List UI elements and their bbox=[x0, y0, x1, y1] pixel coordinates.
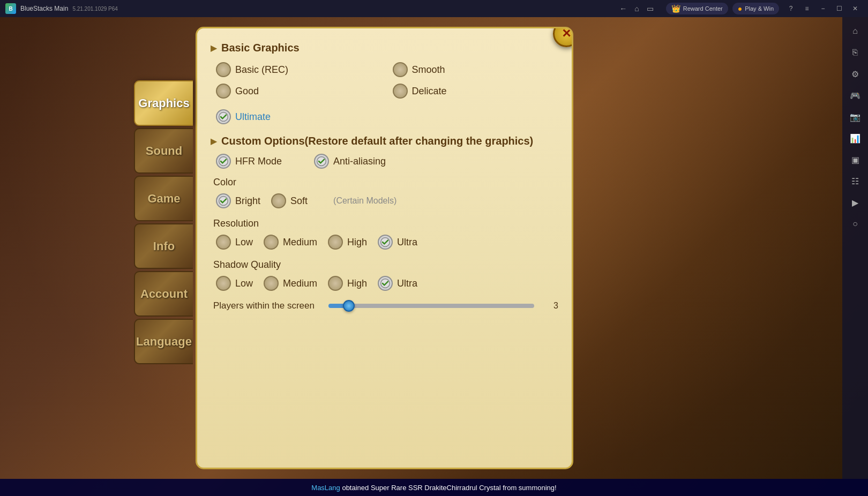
option-res-medium[interactable]: Medium bbox=[264, 235, 317, 250]
sidebar-eco-icon[interactable]: ○ bbox=[845, 214, 865, 234]
option-res-high[interactable]: High bbox=[328, 235, 367, 250]
option-delicate[interactable]: Delicate bbox=[393, 84, 559, 99]
sidebar-settings-icon[interactable]: ⚙ bbox=[845, 64, 865, 84]
minimize-button[interactable]: − bbox=[815, 1, 830, 16]
radio-res-ultra bbox=[378, 235, 393, 250]
close-button[interactable]: ✕ bbox=[848, 1, 863, 16]
option-shadow-medium[interactable]: Medium bbox=[264, 276, 317, 291]
radio-shadow-low bbox=[216, 276, 231, 291]
custom-arrow-icon: ▶ bbox=[211, 136, 217, 146]
status-text: MasLang obtained Super Rare SSR DrakiteC… bbox=[311, 484, 556, 492]
tab-graphics[interactable]: Graphics bbox=[134, 80, 193, 126]
radio-basic-rec bbox=[216, 62, 231, 77]
play-win-button[interactable]: ● Play & Win bbox=[732, 3, 779, 14]
option-shadow-low[interactable]: Low bbox=[216, 276, 253, 291]
sidebar-gamepad-icon[interactable]: 🎮 bbox=[845, 86, 865, 105]
app-icon: B bbox=[5, 3, 16, 14]
players-slider-thumb[interactable] bbox=[343, 300, 355, 312]
radio-soft bbox=[271, 193, 286, 208]
option-smooth[interactable]: Smooth bbox=[393, 62, 559, 77]
label-shadow-medium: Medium bbox=[283, 278, 317, 289]
label-basic-rec: Basic (REC) bbox=[235, 64, 288, 76]
resolution-title: Resolution bbox=[211, 218, 558, 229]
option-res-low[interactable]: Low bbox=[216, 235, 253, 250]
radio-res-medium bbox=[264, 235, 279, 250]
label-anti-aliasing: Anti-aliasing bbox=[333, 156, 386, 167]
titlebar-nav: ← ⌂ ▭ bbox=[612, 3, 660, 14]
radio-res-high bbox=[328, 235, 343, 250]
radio-ultimate bbox=[216, 109, 231, 124]
radio-delicate bbox=[393, 84, 408, 99]
help-button[interactable]: ? bbox=[783, 1, 798, 16]
radio-shadow-medium bbox=[264, 276, 279, 291]
option-anti-aliasing[interactable]: Anti-aliasing bbox=[314, 154, 386, 169]
label-res-ultra: Ultra bbox=[397, 237, 417, 248]
option-bright[interactable]: Bright bbox=[216, 193, 260, 208]
sidebar-multi-icon[interactable]: ☷ bbox=[845, 171, 865, 191]
color-options-row: Bright Soft (Certain Models) bbox=[211, 193, 558, 208]
option-certain-models[interactable]: (Certain Models) bbox=[318, 196, 396, 206]
option-shadow-ultra[interactable]: Ultra bbox=[378, 276, 417, 291]
radio-smooth bbox=[393, 62, 408, 77]
option-shadow-high[interactable]: High bbox=[328, 276, 367, 291]
players-slider-track[interactable] bbox=[328, 304, 534, 308]
label-ultimate: Ultimate bbox=[235, 111, 271, 123]
label-res-low: Low bbox=[235, 237, 253, 248]
reward-center-button[interactable]: 👑 Reward Center bbox=[666, 3, 728, 14]
content-panel: ✕ ▶ Basic Graphics Basic (REC) Smooth Go… bbox=[196, 27, 573, 469]
label-res-medium: Medium bbox=[283, 237, 317, 248]
resolution-section: Resolution Low Medium High bbox=[211, 218, 558, 250]
option-hfr-mode[interactable]: HFR Mode bbox=[216, 154, 282, 169]
label-soft: Soft bbox=[290, 196, 308, 207]
home-button[interactable]: ⌂ bbox=[632, 3, 641, 14]
label-shadow-low: Low bbox=[235, 278, 253, 289]
app-subtitle: 5.21.201.1029 P64 bbox=[72, 6, 118, 12]
bottom-status-bar: MasLang obtained Super Rare SSR DrakiteC… bbox=[0, 479, 868, 496]
tab-account[interactable]: Account bbox=[134, 271, 193, 317]
crown-icon: 👑 bbox=[671, 4, 680, 13]
option-ultimate[interactable]: Ultimate bbox=[211, 109, 558, 124]
checkmark-res-ultra-icon bbox=[380, 237, 391, 247]
window-controls: ? ≡ − ☐ ✕ bbox=[783, 1, 863, 16]
resolution-options-row: Low Medium High bbox=[211, 235, 558, 250]
sidebar-macro-icon[interactable]: ▶ bbox=[845, 193, 865, 212]
checkmark-shadow-ultra-icon bbox=[380, 278, 391, 289]
label-good: Good bbox=[235, 86, 259, 97]
color-title: Color bbox=[211, 177, 558, 188]
radio-shadow-high bbox=[328, 276, 343, 291]
tab-info[interactable]: Info bbox=[134, 223, 193, 269]
checkmark-antialias-icon bbox=[316, 156, 327, 167]
checkmark-ultimate-icon bbox=[218, 111, 229, 122]
restore-button[interactable]: ☐ bbox=[832, 1, 847, 16]
checkmark-hfr-icon bbox=[218, 156, 229, 167]
tab-language[interactable]: Language bbox=[134, 319, 193, 364]
label-shadow-ultra: Ultra bbox=[397, 278, 417, 289]
sidebar-camera-icon[interactable]: 📷 bbox=[845, 107, 865, 126]
label-res-high: High bbox=[347, 237, 367, 248]
back-button[interactable]: ← bbox=[617, 3, 630, 14]
tab-sound[interactable]: Sound bbox=[134, 128, 193, 174]
label-shadow-high: High bbox=[347, 278, 367, 289]
option-good[interactable]: Good bbox=[216, 84, 382, 99]
menu-button[interactable]: ≡ bbox=[799, 1, 814, 16]
shadow-quality-section: Shadow Quality Low Medium High bbox=[211, 259, 558, 291]
sidebar-keyboard-icon[interactable]: ⎘ bbox=[845, 43, 865, 62]
shadow-options-row: Low Medium High bbox=[211, 276, 558, 291]
tabs-panel: Graphics Sound Game Info Account Languag… bbox=[134, 27, 198, 469]
basic-graphics-title: Basic Graphics bbox=[221, 42, 300, 54]
tab-game[interactable]: Game bbox=[134, 176, 193, 221]
players-slider-value: 3 bbox=[542, 301, 558, 311]
label-smooth: Smooth bbox=[412, 64, 445, 76]
sidebar-screenshot-icon[interactable]: ▣ bbox=[845, 150, 865, 169]
copy-button[interactable]: ▭ bbox=[644, 3, 656, 14]
close-x-icon: ✕ bbox=[562, 27, 571, 41]
sidebar-analytics-icon[interactable]: 📊 bbox=[845, 129, 865, 148]
players-slider-section: Players within the screen 3 bbox=[211, 300, 558, 311]
sidebar-home-icon[interactable]: ⌂ bbox=[845, 21, 865, 41]
radio-good bbox=[216, 84, 231, 99]
option-basic-rec[interactable]: Basic (REC) bbox=[216, 62, 382, 77]
right-sidebar: ⌂ ⎘ ⚙ 🎮 📷 📊 ▣ ☷ ▶ ○ bbox=[842, 17, 868, 479]
option-res-ultra[interactable]: Ultra bbox=[378, 235, 417, 250]
option-soft[interactable]: Soft bbox=[271, 193, 308, 208]
settings-dialog: Graphics Sound Game Info Account Languag… bbox=[134, 27, 573, 469]
